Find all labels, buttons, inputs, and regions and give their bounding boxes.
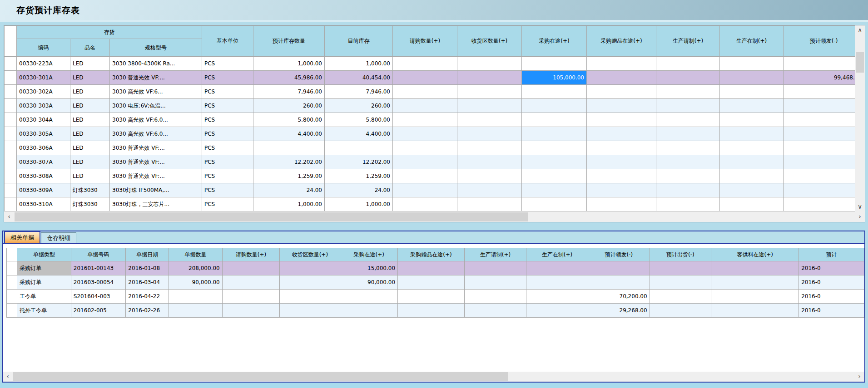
column-header[interactable]: 预计领发(-) [588, 248, 650, 261]
grid-cell[interactable] [393, 127, 457, 141]
scroll-left-icon[interactable]: ‹ [3, 372, 13, 382]
grid-cell[interactable] [587, 113, 656, 127]
grid-cell[interactable]: 3030 普通光效 VF:... [110, 169, 202, 183]
grid-cell[interactable]: 2016-0 [799, 290, 864, 304]
grid-cell[interactable]: 3030 普通光效 VF:... [110, 155, 202, 169]
grid-cell[interactable] [650, 304, 711, 318]
grid-cell[interactable] [398, 275, 465, 290]
grid-cell[interactable] [587, 141, 656, 155]
tab-warehouse-detail[interactable]: 仓存明细 [41, 232, 76, 243]
grid-cell[interactable] [656, 183, 720, 197]
grid-cell[interactable]: PCS [202, 141, 253, 155]
grid-cell[interactable]: 3030 3800-4300K Ra... [110, 57, 202, 71]
grid-cell[interactable]: LED [70, 57, 110, 71]
grid-cell[interactable] [393, 99, 457, 113]
grid-cell[interactable] [588, 275, 650, 290]
row-indicator[interactable] [5, 197, 17, 211]
grid-cell[interactable] [587, 169, 656, 183]
grid-cell[interactable] [280, 304, 340, 318]
grid-cell[interactable] [522, 99, 587, 113]
grid-cell[interactable]: LED [70, 155, 110, 169]
grid-cell[interactable] [784, 141, 864, 155]
column-header[interactable]: 收货区数量(+) [457, 26, 522, 57]
grid-cell[interactable] [398, 290, 465, 304]
grid-cell[interactable]: LED [70, 113, 110, 127]
grid-cell[interactable] [522, 155, 587, 169]
grid-cell[interactable] [457, 155, 522, 169]
grid-cell[interactable] [587, 57, 656, 71]
grid-cell[interactable]: 3030 高光效 VF:6.0... [110, 127, 202, 141]
grid-cell[interactable]: 工令单 [17, 290, 71, 304]
grid-cell[interactable] [464, 275, 526, 290]
grid-cell[interactable]: 3030 普通光效 VF:... [110, 71, 202, 85]
grid-cell[interactable] [784, 99, 864, 113]
grid-cell[interactable]: 2016-04-22 [126, 290, 169, 304]
grid-cell[interactable] [656, 71, 720, 85]
grid-cell[interactable] [784, 113, 864, 127]
grid-cell[interactable]: PCS [202, 169, 253, 183]
grid-cell[interactable] [398, 304, 465, 318]
grid-cell[interactable]: PCS [202, 57, 253, 71]
grid-cell[interactable] [522, 197, 587, 211]
grid-cell[interactable] [457, 57, 522, 71]
grid-cell[interactable]: 90,000.00 [169, 275, 222, 290]
grid-cell[interactable] [784, 197, 864, 211]
horizontal-scrollbar-thumb[interactable] [13, 372, 508, 381]
grid-cell[interactable]: 3030灯珠 IF500MA,... [110, 183, 202, 197]
column-group-header-inventory[interactable]: 存货 [17, 26, 202, 39]
grid-cell[interactable] [587, 197, 656, 211]
grid-cell[interactable] [587, 155, 656, 169]
row-indicator[interactable] [7, 290, 17, 304]
grid-cell[interactable]: PCS [202, 183, 253, 197]
scroll-down-icon[interactable]: ∨ [855, 202, 865, 212]
grid-cell[interactable] [656, 155, 720, 169]
row-indicator[interactable] [5, 155, 17, 169]
grid-cell[interactable]: LED [70, 141, 110, 155]
grid-cell[interactable]: 3030灯珠，三安芯片... [110, 197, 202, 211]
grid-cell[interactable] [656, 169, 720, 183]
grid-cell[interactable] [222, 304, 280, 318]
grid-cell[interactable]: LED [70, 99, 110, 113]
grid-cell[interactable]: 12,202.00 [253, 155, 325, 169]
grid-cell[interactable] [711, 304, 799, 318]
grid-cell[interactable]: 70,200.00 [588, 290, 650, 304]
grid-cell[interactable]: 00330-304A [17, 113, 70, 127]
grid-cell[interactable] [464, 304, 526, 318]
grid-cell[interactable]: 105,000.00 [522, 71, 587, 85]
grid-cell[interactable] [280, 275, 340, 290]
grid-cell[interactable]: LED [70, 127, 110, 141]
grid-cell[interactable]: 4,400.00 [325, 127, 393, 141]
grid-cell[interactable] [522, 183, 587, 197]
grid-cell[interactable] [656, 127, 720, 141]
grid-cell[interactable] [526, 304, 588, 318]
grid-cell[interactable] [522, 127, 587, 141]
grid-cell[interactable] [587, 85, 656, 99]
scroll-up-icon[interactable]: ∧ [855, 25, 865, 35]
vertical-scrollbar-thumb[interactable] [856, 52, 864, 73]
grid-cell[interactable]: PCS [202, 127, 253, 141]
grid-cell[interactable]: 1,259.00 [253, 169, 325, 183]
row-indicator[interactable] [7, 304, 17, 318]
grid-cell[interactable] [526, 261, 588, 275]
grid-cell[interactable]: 29,268.00 [588, 304, 650, 318]
grid-cell[interactable]: 00330-309A [17, 183, 70, 197]
grid-cell[interactable] [587, 71, 656, 85]
grid-cell[interactable] [457, 99, 522, 113]
grid-cell[interactable] [720, 57, 784, 71]
grid-cell[interactable] [253, 141, 325, 155]
grid-cell[interactable]: 00330-308A [17, 169, 70, 183]
column-header[interactable]: 收货区数量(+) [280, 248, 340, 261]
grid-cell[interactable]: 40,454.00 [325, 71, 393, 85]
grid-cell[interactable] [464, 290, 526, 304]
grid-cell[interactable]: 7,946.00 [253, 85, 325, 99]
grid-cell[interactable]: 3030 普通光效 VF:... [110, 141, 202, 155]
grid-cell[interactable]: 24.00 [325, 183, 393, 197]
grid-cell[interactable] [457, 113, 522, 127]
grid-cell[interactable]: 采购订单 [17, 261, 71, 275]
grid-cell[interactable] [522, 141, 587, 155]
grid-cell[interactable]: 5,800.00 [253, 113, 325, 127]
grid-cell[interactable]: 1,000.00 [325, 57, 393, 71]
grid-cell[interactable] [393, 141, 457, 155]
row-indicator[interactable] [5, 183, 17, 197]
grid-cell[interactable]: 灯珠3030 [70, 197, 110, 211]
